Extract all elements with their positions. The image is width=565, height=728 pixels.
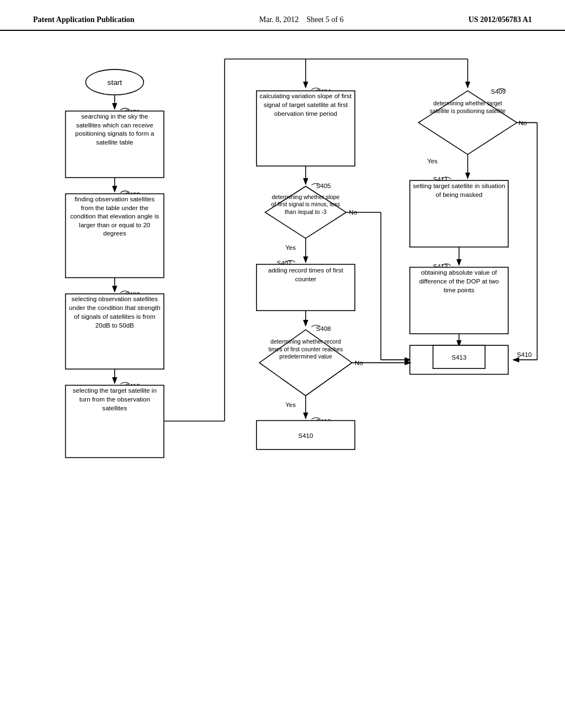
header-center: Mar. 8, 2012 Sheet 5 of 6 xyxy=(259,15,344,24)
flowchart-svg: start S401 searching in the sky the sate… xyxy=(22,47,543,713)
header-sheet: Sheet 5 of 6 xyxy=(306,15,343,24)
yes-label-s409: Yes xyxy=(427,158,438,164)
yes-label-s405: Yes xyxy=(285,244,296,251)
s413-label: S413 xyxy=(451,354,466,361)
page-header: Patent Application Publication Mar. 8, 2… xyxy=(0,0,565,31)
s408-label: S408 xyxy=(316,325,331,332)
header-publication: Patent Application Publication xyxy=(33,15,135,24)
s410-label-right: S410 xyxy=(517,351,532,358)
start-label: start xyxy=(108,78,122,87)
header-patent-num: US 2012/056783 A1 xyxy=(468,15,532,24)
header-date: Mar. 8, 2012 xyxy=(259,15,299,24)
diagram-area: start S401 searching in the sky the sate… xyxy=(0,36,565,728)
yes-label-s408: Yes xyxy=(285,402,296,408)
s410-mid-text: S410 xyxy=(299,432,313,439)
